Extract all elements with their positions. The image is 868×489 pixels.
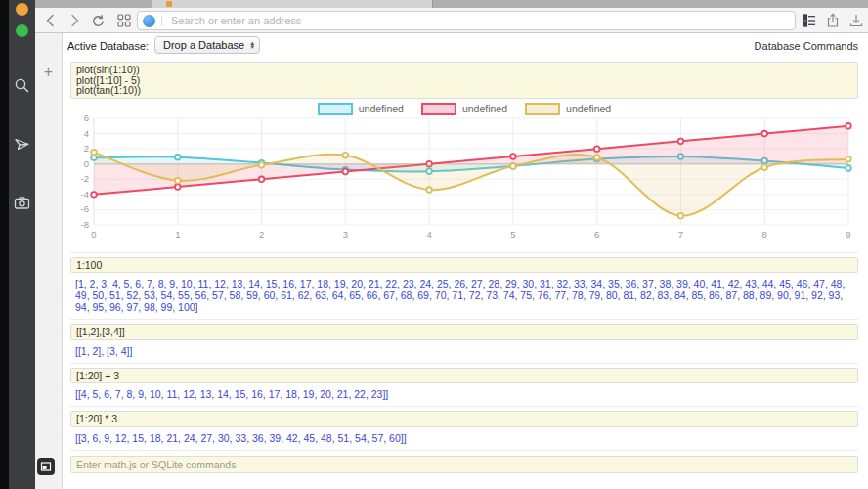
command-block: plot(sin(1:10)) plot([1:10] - 5) plot(ta… xyxy=(70,58,858,252)
browser-toolbar xyxy=(35,8,868,33)
command-input[interactable]: [[1,2],[3,4]] xyxy=(70,324,858,340)
legend-swatch xyxy=(525,103,560,115)
tab-favicon-icon xyxy=(166,1,172,7)
svg-text:5: 5 xyxy=(510,229,515,240)
command-input[interactable]: [1:20] + 3 xyxy=(70,368,858,384)
dropdown-arrows-icon: ▲▼ xyxy=(249,41,255,49)
screen: { "browser": { "address_placeholder": "S… xyxy=(0,0,868,489)
svg-text:1: 1 xyxy=(175,229,180,240)
forward-button[interactable] xyxy=(66,13,82,28)
command-output: [1, 2, 3, 4, 5, 6, 7, 8, 9, 10, 11, 12, … xyxy=(70,278,858,313)
svg-text:0: 0 xyxy=(84,157,89,168)
command-block: [1:20] * 3[[3, 6, 9, 12, 15, 18, 21, 24,… xyxy=(70,406,858,450)
svg-text:4: 4 xyxy=(84,127,89,138)
svg-text:9: 9 xyxy=(846,229,850,240)
zoom-traffic-light[interactable] xyxy=(16,24,28,37)
window-toggle-button[interactable] xyxy=(37,458,55,475)
legend-label: undefined xyxy=(566,103,611,114)
command-input[interactable]: plot(sin(1:10)) plot([1:10] - 5) plot(ta… xyxy=(70,62,858,99)
svg-text:2: 2 xyxy=(259,229,264,240)
address-bar[interactable] xyxy=(137,11,796,30)
screen-edge-strip xyxy=(0,0,9,489)
address-input[interactable] xyxy=(169,14,795,27)
legend-item[interactable]: undefined xyxy=(525,103,611,115)
command-entry-block xyxy=(70,450,858,479)
back-button[interactable] xyxy=(43,13,59,28)
command-output: [[3, 6, 9, 12, 15, 18, 21, 24, 27, 30, 3… xyxy=(70,432,858,444)
database-dropdown[interactable]: Drop a Database ▲▼ xyxy=(154,36,260,54)
add-tab-button[interactable]: + xyxy=(35,65,62,80)
svg-text:8: 8 xyxy=(762,229,767,240)
legend-label: undefined xyxy=(359,103,404,114)
command-block: 1:100[1, 2, 3, 4, 5, 6, 7, 8, 9, 10, 11,… xyxy=(70,252,858,320)
legend-item[interactable]: undefined xyxy=(421,103,507,115)
svg-text:-6: -6 xyxy=(81,203,89,214)
command-block: [1:20] + 3[[4, 5, 6, 7, 8, 9, 10, 11, 12… xyxy=(70,363,858,407)
command-list: plot(sin(1:10)) plot([1:10] - 5) plot(ta… xyxy=(70,58,858,479)
legend-item[interactable]: undefined xyxy=(318,103,404,115)
svg-text:0: 0 xyxy=(91,229,96,240)
command-block: [[1,2],[3,4]][[1, 2], [3, 4]] xyxy=(70,319,858,363)
download-icon[interactable] xyxy=(848,13,864,28)
page-content: Active Database: Drop a Database ▲▼ Data… xyxy=(63,32,868,489)
send-icon[interactable] xyxy=(14,136,30,153)
chart-legend: undefinedundefinedundefined xyxy=(70,103,858,115)
legend-swatch xyxy=(318,103,353,115)
share-icon[interactable] xyxy=(825,13,841,28)
command-input[interactable]: 1:100 xyxy=(70,257,858,274)
search-icon[interactable] xyxy=(14,77,30,94)
database-dropdown-value: Drop a Database xyxy=(163,39,244,51)
browser-tab-bar xyxy=(35,0,868,8)
command-output: [[1, 2], [3, 4]] xyxy=(70,345,858,357)
command-output: [[4, 5, 6, 7, 8, 9, 10, 11, 12, 13, 14, … xyxy=(70,388,858,400)
svg-text:6: 6 xyxy=(594,229,599,240)
tab-overview-icon[interactable] xyxy=(117,14,133,29)
active-tab[interactable] xyxy=(152,0,433,8)
database-commands-link[interactable]: Database Commands xyxy=(755,40,858,52)
address-divider xyxy=(161,15,162,26)
reading-list-icon[interactable] xyxy=(802,13,817,28)
svg-text:4: 4 xyxy=(426,229,431,240)
reload-icon[interactable] xyxy=(91,14,107,29)
chart-output: undefinedundefinedundefined0123456789-8-… xyxy=(70,103,858,246)
svg-text:3: 3 xyxy=(343,229,348,240)
svg-text:2: 2 xyxy=(84,143,89,154)
line-chart: 0123456789-8-6-4-20246 xyxy=(70,115,858,243)
svg-text:-4: -4 xyxy=(81,188,89,199)
site-favicon-icon xyxy=(143,15,155,27)
svg-text:7: 7 xyxy=(678,229,683,240)
svg-text:-8: -8 xyxy=(81,219,89,230)
svg-text:-2: -2 xyxy=(81,173,89,184)
page-gutter: + xyxy=(35,32,63,489)
svg-text:6: 6 xyxy=(84,115,89,123)
legend-swatch xyxy=(421,103,456,115)
minimize-traffic-light[interactable] xyxy=(16,3,28,16)
active-database-label: Active Database: xyxy=(67,40,149,52)
app-header: Active Database: Drop a Database ▲▼ Data… xyxy=(63,32,868,57)
tool-sidebar xyxy=(9,0,35,489)
legend-label: undefined xyxy=(462,103,507,114)
camera-icon[interactable] xyxy=(14,195,30,211)
command-input[interactable]: [1:20] * 3 xyxy=(70,411,858,427)
command-entry-input[interactable] xyxy=(70,456,858,473)
